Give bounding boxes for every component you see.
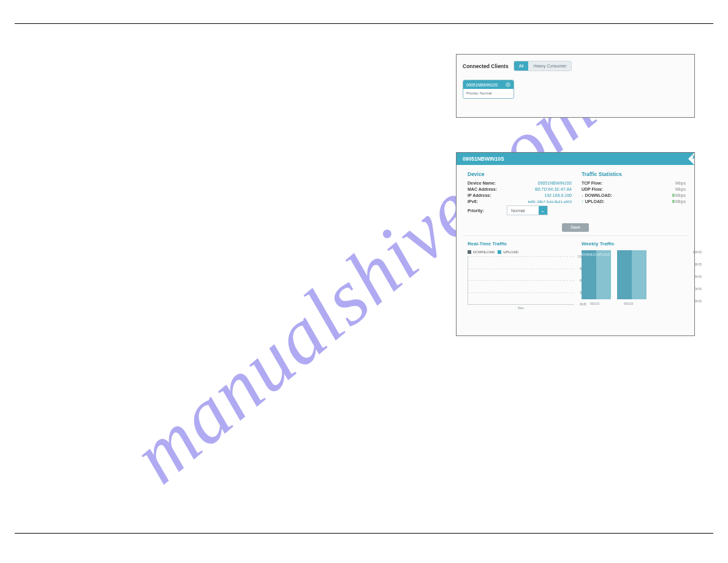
traffic-column: Traffic Statistics TCP Flow: Mbps UDP Fl…: [582, 171, 686, 217]
figure-connected-clients: Connected Clients All Heavy Consumer 090…: [456, 54, 695, 118]
arrow-down-icon: ↓: [582, 193, 584, 197]
row-udp: UDP Flow: Mbps: [582, 187, 686, 191]
legend-swatch-upload: [498, 250, 501, 254]
label-ipv6: IPv6:: [468, 199, 502, 204]
page-top-rule: [15, 23, 713, 24]
weekly-bar-download-1: DOWNLOAD: [582, 250, 596, 299]
device-info-grid: Device Device Name: 09051NBWIN10S MAC Ad…: [457, 165, 694, 221]
close-icon[interactable]: ›: [692, 151, 695, 161]
wk-y-5kb: 5KB: [695, 275, 702, 278]
weekly-column: Weekly Traffic DOWNLOAD UPLOAD 10KB 8KB …: [582, 241, 688, 310]
value-download: 0: [672, 193, 675, 197]
weekly-bar-caption-download: DOWNLOAD: [582, 253, 596, 256]
realtime-title: Real-Time Traffic: [468, 241, 574, 247]
client-card-header: 09051NBWIN10S: [463, 80, 514, 89]
connected-clients-title: Connected Clients: [463, 63, 509, 69]
row-mac: MAC Address: B0:7D:64:1E:47:A4: [468, 187, 572, 191]
realtime-chart: 10KB 8KB 6KB 3KB 0KB: [468, 256, 574, 305]
label-tcp: TCP Flow:: [582, 181, 616, 185]
weekly-xlabels: 06/15 06/19: [582, 302, 688, 305]
rt-y-0kb: 0KB: [580, 302, 586, 306]
weekly-bar-group-1: DOWNLOAD UPLOAD: [582, 250, 611, 299]
label-ip: IP Address:: [468, 193, 502, 197]
label-upload: ↑UPLOAD:: [582, 199, 604, 204]
wk-y-3kb: 3KB: [695, 287, 702, 291]
unit-udp: Mbps: [669, 187, 686, 191]
value-mac: B0:7D:64:1E:47:A4: [502, 187, 572, 191]
weekly-x-1: 06/19: [624, 302, 633, 305]
weekly-bar-upload-1: UPLOAD: [596, 250, 611, 299]
section-title-traffic: Traffic Statistics: [582, 171, 686, 177]
weekly-chart: DOWNLOAD UPLOAD 10KB 8KB 5KB 3KB 0KB: [582, 250, 688, 299]
chevron-down-icon: ⌄: [539, 206, 547, 215]
weekly-bar-group-2: [617, 250, 646, 299]
value-upload: 0: [672, 199, 675, 204]
arrow-up-icon: ↑: [582, 199, 584, 204]
row-ip: IP Address: 192.168.0.160: [468, 193, 572, 197]
client-card[interactable]: 09051NBWIN10S Priority: Normal: [463, 80, 514, 99]
label-udp: UDP Flow:: [582, 187, 616, 191]
wk-y-8kb: 8KB: [695, 262, 702, 266]
value-device-name: 09051NBWIN10S: [502, 181, 572, 185]
unit-download: 0Mbps: [669, 193, 686, 197]
unit-upload: 0Mbps: [669, 199, 686, 204]
save-button[interactable]: Save: [562, 223, 589, 232]
wk-y-10kb: 10KB: [692, 250, 702, 254]
value-ip: 192.168.0.160: [502, 193, 572, 197]
client-priority-label: Priority: Normal: [466, 91, 491, 95]
label-device-name: Device Name:: [468, 181, 502, 185]
connected-clients-header: Connected Clients All Heavy Consumer: [463, 61, 688, 71]
legend-download-label: DOWNLOAD: [473, 250, 495, 254]
value-ipv6: fe80::28b7:3cfd:9b21:e503: [502, 200, 572, 204]
device-column: Device Device Name: 09051NBWIN10S MAC Ad…: [468, 171, 572, 217]
row-tcp: TCP Flow: Mbps: [582, 181, 686, 185]
tab-heavy-consumer[interactable]: Heavy Consumer: [528, 61, 571, 71]
traffic-area: Real-Time Traffic DOWNLOAD UPLOAD 10KB 8…: [457, 236, 694, 313]
row-download: ↓DOWNLOAD: 0Mbps: [582, 193, 686, 197]
client-card-name: 09051NBWIN10S: [466, 83, 498, 87]
connected-clients-tabs: All Heavy Consumer: [514, 61, 572, 71]
weekly-bar-upload-2: [632, 250, 646, 299]
weekly-title: Weekly Traffic: [582, 241, 688, 247]
section-title-device: Device: [468, 171, 572, 177]
realtime-xlabel: Sec: [468, 306, 574, 310]
realtime-legend: DOWNLOAD UPLOAD: [468, 250, 574, 254]
priority-select-value: Normal: [507, 207, 539, 214]
device-banner-name: 09051NBWIN10S: [463, 156, 504, 162]
row-upload: ↑UPLOAD: 0Mbps: [582, 199, 686, 204]
wk-y-0kb: 0KB: [695, 299, 702, 303]
page-bottom-rule: [15, 533, 713, 534]
legend-upload-label: UPLOAD: [503, 250, 518, 254]
device-banner: 09051NBWIN10S: [457, 153, 694, 165]
figure-device-panel: 09051NBWIN10S › Device Device Name: 0905…: [456, 152, 695, 336]
row-device-name: Device Name: 09051NBWIN10S: [468, 181, 572, 185]
legend-swatch-download: [468, 250, 471, 254]
priority-select[interactable]: Normal ⌄: [507, 205, 548, 215]
weekly-bar-download-2: [617, 250, 632, 299]
weekly-x-0: 06/15: [590, 302, 599, 305]
client-card-body: Priority: Normal: [463, 89, 514, 98]
label-download: ↓DOWNLOAD:: [582, 193, 612, 197]
weekly-bar-caption-upload: UPLOAD: [596, 253, 611, 256]
client-info-icon[interactable]: [506, 82, 510, 87]
tab-all[interactable]: All: [514, 61, 529, 71]
unit-tcp: Mbps: [669, 181, 686, 185]
label-mac: MAC Address:: [468, 187, 502, 191]
realtime-column: Real-Time Traffic DOWNLOAD UPLOAD 10KB 8…: [468, 241, 574, 310]
row-priority: Priority: Normal ⌄: [468, 205, 572, 215]
row-ipv6: IPv6: fe80::28b7:3cfd:9b21:e503: [468, 199, 572, 204]
label-priority: Priority:: [468, 209, 502, 213]
